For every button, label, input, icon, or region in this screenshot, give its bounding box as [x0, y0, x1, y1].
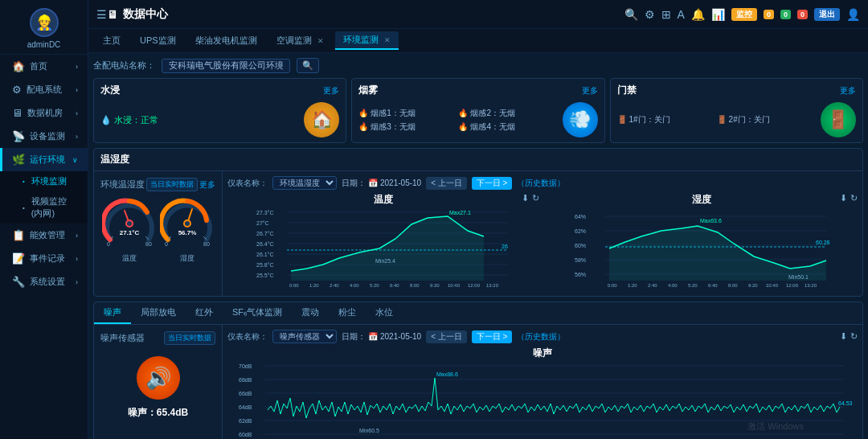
bell-icon[interactable]: 🔔 — [691, 8, 705, 21]
tab-ups[interactable]: UPS监测 — [132, 32, 184, 49]
count-red-badge[interactable]: 0 — [797, 10, 808, 19]
noise-download-icon[interactable]: ⬇ — [840, 331, 847, 342]
sensor-select[interactable]: 环境温湿度 — [272, 176, 337, 190]
tab-environment[interactable]: 环境监测 ✕ — [335, 31, 399, 50]
prev-day-button[interactable]: < 上一日 — [426, 177, 467, 190]
svg-text:0: 0 — [165, 241, 168, 247]
admin-name: adminDC — [27, 40, 61, 49]
tab-sf6[interactable]: SF₆气体监测 — [223, 302, 292, 324]
sensor-label: 仪表名称： — [227, 178, 268, 189]
smoke-item-4: 🔥烟感4：无烟 — [458, 121, 555, 133]
settings-icon: 🔧 — [12, 276, 25, 288]
tab-noise[interactable]: 噪声 — [94, 302, 131, 324]
sidebar-item-home[interactable]: 🏠 首页 › — [0, 55, 88, 78]
sidebar-item-settings-label: 系统设置 — [30, 276, 65, 288]
temperature-section: 温湿度 环境温湿度 当日实时数据 更多 — [93, 148, 863, 297]
sidebar-item-datacenter[interactable]: 🖥 数据机房 › — [0, 101, 88, 125]
noise-sensor-select[interactable]: 噪声传感器 — [272, 330, 337, 343]
tab-generator[interactable]: 柴油发电机监测 — [187, 32, 265, 49]
sidebar-item-datacenter-label: 数据机房 — [27, 107, 63, 119]
next-day-button[interactable]: 下一日 > — [472, 177, 513, 190]
door-more-button[interactable]: 更多 — [840, 85, 856, 96]
refresh-icon[interactable]: ↻ — [532, 193, 539, 203]
svg-text:6:40: 6:40 — [390, 283, 399, 288]
tab-water-level[interactable]: 水位 — [366, 302, 403, 324]
water-title: 水浸 — [100, 84, 120, 97]
svg-text:2:40: 2:40 — [648, 283, 657, 288]
sidebar-sub-video[interactable]: 视频监控(内网) — [0, 191, 88, 224]
dual-charts: 温度 ⬇ ↻ — [227, 193, 858, 291]
search-icon[interactable]: 🔍 — [624, 8, 638, 21]
grid-icon[interactable]: ⊞ — [661, 8, 671, 21]
font-icon[interactable]: A — [678, 8, 685, 21]
sidebar-item-home-label: 首页 — [30, 60, 47, 72]
count-green-badge[interactable]: 0 — [780, 10, 791, 19]
bottom-section: 噪声 局部放电 红外 SF₆气体监测 震动 粉尘 水位 噪声传感器 当日实时数据 — [93, 302, 863, 439]
sidebar-item-report[interactable]: 📋 能效管理 › — [0, 224, 88, 247]
noise-refresh-icon[interactable]: ↻ — [850, 331, 858, 342]
tab-vibration[interactable]: 震动 — [292, 302, 329, 324]
logout-badge[interactable]: 退出 — [814, 8, 840, 21]
humid-gauge-label: 湿度 — [180, 253, 194, 264]
gauges-row: 0 80 27.1°C 温度 — [100, 196, 215, 264]
env-icon: 🌿 — [12, 154, 25, 166]
temp-section-header: 温湿度 — [94, 149, 862, 171]
noise-next-button[interactable]: 下一日 > — [472, 330, 513, 343]
sidebar-sub-env-monitor[interactable]: 环境监测 — [0, 171, 88, 191]
station-search-button[interactable]: 🔍 — [297, 58, 319, 73]
svg-text:12:00: 12:00 — [786, 283, 799, 288]
svg-text:Max63.6: Max63.6 — [700, 218, 722, 224]
water-more-button[interactable]: 更多 — [323, 85, 339, 96]
temp-chart-panel: 仪表名称： 环境温湿度 日期： 📅 2021-05-10 < 上一日 下一日 > — [223, 171, 862, 296]
tab-ac[interactable]: 空调监测 ✕ — [268, 32, 332, 49]
smoke-more-button[interactable]: 更多 — [582, 85, 598, 96]
svg-text:2:40: 2:40 — [330, 283, 339, 288]
topbar-icons: 🔍 ⚙ ⊞ A 🔔 📊 监控 0 0 0 退出 👤 — [624, 8, 860, 21]
sidebar-item-power[interactable]: ⚙ 配电系统 › — [0, 78, 88, 101]
humid-chart-title: 湿度 — [546, 193, 858, 207]
tab-partial-discharge[interactable]: 局部放电 — [131, 302, 186, 324]
svg-text:Min60.5: Min60.5 — [359, 428, 379, 433]
station-input[interactable] — [162, 59, 290, 73]
svg-text:12:00: 12:00 — [468, 283, 481, 288]
user-icon[interactable]: 👤 — [846, 8, 860, 21]
sidebar-item-event[interactable]: 📝 事件记录 › — [0, 247, 88, 270]
noise-history-link[interactable]: （历史数据） — [517, 331, 565, 343]
chart-icon[interactable]: 📊 — [711, 8, 725, 21]
sidebar-item-settings[interactable]: 🔧 系统设置 › — [0, 270, 88, 293]
water-widget: 水浸 更多 💧 水浸：正常 🏠 — [93, 78, 346, 143]
sidebar-menu: 🏠 首页 › ⚙ 配电系统 › 🖥 数据机房 › — [0, 55, 88, 439]
noise-left-panel: 噪声传感器 当日实时数据 🔊 噪声：65.4dB — [94, 325, 223, 439]
count-yellow-badge[interactable]: 0 — [764, 10, 774, 19]
temp-chart-title: 温度 — [227, 193, 539, 207]
svg-text:0: 0 — [107, 241, 110, 247]
bottom-content: 噪声传感器 当日实时数据 🔊 噪声：65.4dB 仪表名称： 噪声传感器 — [94, 325, 862, 439]
download-humid-icon[interactable]: ⬇ — [840, 193, 847, 203]
sidebar-item-environment[interactable]: 🌿 运行环境 ∨ — [0, 148, 88, 171]
svg-text:60%: 60% — [575, 243, 586, 248]
tab-close-icon[interactable]: ✕ — [317, 37, 324, 45]
svg-text:58%: 58% — [575, 257, 586, 263]
tab-infrared[interactable]: 红外 — [186, 302, 223, 324]
history-link[interactable]: （历史数据） — [517, 178, 565, 189]
noise-prev-button[interactable]: < 上一日 — [426, 330, 467, 343]
svg-text:56%: 56% — [575, 272, 586, 277]
monitor-badge[interactable]: 监控 — [731, 8, 757, 21]
download-icon[interactable]: ⬇ — [522, 193, 529, 203]
water-header: 水浸 更多 — [100, 84, 339, 97]
gauge-more-button[interactable]: 更多 — [199, 179, 215, 191]
noise-realtime-badge: 当日实时数据 — [164, 331, 215, 345]
svg-text:10:40: 10:40 — [448, 283, 461, 288]
hamburger-icon[interactable]: ☰ — [96, 8, 107, 21]
tab-close-env-icon[interactable]: ✕ — [384, 36, 391, 44]
door-header: 门禁 更多 — [617, 84, 856, 97]
gauge-sub-title: 环境温湿度 — [100, 178, 145, 191]
smoke-icon: 💨 — [563, 102, 598, 137]
tab-dust[interactable]: 粉尘 — [329, 302, 366, 324]
settings-icon[interactable]: ⚙ — [645, 8, 655, 21]
nav-tabs: 主页 UPS监测 柴油发电机监测 空调监测 ✕ 环境监测 ✕ — [88, 29, 868, 53]
svg-text:6:40: 6:40 — [708, 283, 718, 288]
tab-home[interactable]: 主页 — [95, 32, 129, 49]
sidebar-item-monitor[interactable]: 📡 设备监测 › — [0, 125, 88, 148]
refresh-humid-icon[interactable]: ↻ — [850, 193, 858, 203]
